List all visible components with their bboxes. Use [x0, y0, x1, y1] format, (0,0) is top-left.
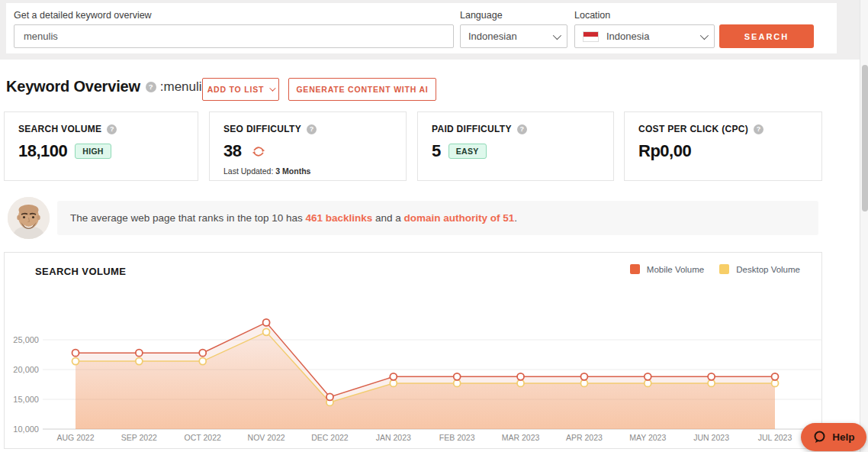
- language-label: Language: [460, 10, 503, 21]
- desktop-data-point[interactable]: [580, 379, 587, 386]
- mobile-data-point[interactable]: [72, 350, 79, 357]
- scrollbar-track[interactable]: [860, 0, 868, 452]
- paid-difficulty-card-title: PAID DIFFICULTY: [432, 124, 512, 134]
- chevron-down-icon: [269, 85, 275, 91]
- search-button[interactable]: SEARCH: [719, 24, 814, 48]
- mobile-data-point[interactable]: [772, 373, 779, 380]
- chevron-down-icon: [700, 31, 709, 39]
- x-tick-label: FEB 2023: [439, 433, 475, 442]
- keyword-search-input[interactable]: [14, 24, 454, 48]
- seo-difficulty-value: 38: [223, 141, 241, 161]
- cpc-card-title: COST PER CLICK (CPC): [638, 124, 748, 134]
- x-tick-label: JUN 2023: [693, 433, 729, 442]
- seo-difficulty-card-title: SEO DIFFICULTY: [223, 124, 301, 134]
- legend-item-mobile[interactable]: Mobile Volume: [630, 264, 704, 274]
- x-tick-label: JUL 2023: [758, 433, 792, 442]
- mobile-data-point[interactable]: [454, 373, 461, 380]
- cpc-card: COST PER CLICK (CPC) ? Rp0,00: [624, 111, 822, 181]
- desktop-data-point[interactable]: [263, 328, 270, 335]
- paid-difficulty-card: PAID DIFFICULTY ? 5 EASY: [417, 111, 614, 181]
- mobile-data-point[interactable]: [263, 319, 270, 326]
- chat-bubble-icon: [812, 430, 827, 444]
- language-selected-value: Indonesian: [468, 31, 553, 42]
- chevron-down-icon: [553, 31, 561, 39]
- desktop-data-point[interactable]: [708, 379, 715, 386]
- desktop-data-point[interactable]: [390, 379, 397, 386]
- legend-item-desktop[interactable]: Desktop Volume: [719, 264, 800, 274]
- location-selected-value: Indonesia: [606, 31, 700, 42]
- search-volume-line-chart: 10,00015,00020,00025,000AUG 2022SEP 2022…: [5, 299, 823, 450]
- add-to-list-label: ADD TO LIST: [207, 85, 265, 94]
- add-to-list-button[interactable]: ADD TO LIST: [202, 78, 279, 101]
- banner-text: The average web page that ranks in the t…: [70, 212, 305, 224]
- x-tick-label: MAR 2023: [502, 433, 540, 442]
- desktop-data-point[interactable]: [454, 379, 461, 386]
- mobile-volume-swatch-icon: [630, 264, 640, 274]
- help-tooltip-icon[interactable]: ?: [754, 124, 764, 134]
- y-tick-label: 20,000: [13, 365, 39, 374]
- paid-difficulty-badge: EASY: [448, 144, 487, 159]
- desktop-volume-swatch-icon: [719, 264, 729, 274]
- language-select[interactable]: Indonesian: [460, 24, 567, 48]
- cpc-value: Rp0,00: [638, 141, 691, 161]
- page-heading-row: Keyword Overview ? : menulis: [6, 78, 208, 95]
- topbar-background: Get a detailed keyword overview Language…: [0, 0, 860, 60]
- generate-content-button[interactable]: GENERATE CONTENT WITH AI: [288, 78, 436, 101]
- mobile-data-point[interactable]: [708, 373, 715, 380]
- help-button[interactable]: Help: [801, 423, 866, 451]
- x-tick-label: SEP 2022: [121, 433, 157, 442]
- help-tooltip-icon[interactable]: ?: [146, 82, 156, 92]
- mobile-data-point[interactable]: [645, 373, 651, 380]
- search-volume-card: SEARCH VOLUME ? 18,100 HIGH: [4, 111, 198, 181]
- scrollbar-thumb[interactable]: [862, 65, 868, 211]
- keyword-search-panel: Get a detailed keyword overview Language…: [6, 3, 837, 53]
- mobile-data-point[interactable]: [326, 393, 333, 400]
- location-label: Location: [574, 10, 610, 21]
- refresh-icon[interactable]: [252, 146, 265, 157]
- seo-difficulty-card: SEO DIFFICULTY ? 38 Last Updated: 3 Mont…: [209, 111, 407, 181]
- mobile-data-point[interactable]: [136, 350, 143, 357]
- domain-authority-link[interactable]: domain authority of 51: [404, 212, 515, 224]
- help-button-label: Help: [832, 431, 854, 443]
- search-volume-value: 18,100: [18, 141, 67, 161]
- search-volume-badge: HIGH: [75, 144, 111, 159]
- avatar: [8, 197, 50, 239]
- keyword-overview-page: Get a detailed keyword overview Language…: [0, 0, 868, 452]
- search-volume-chart-card: SEARCH VOLUME Mobile Volume Desktop Volu…: [4, 252, 822, 449]
- desktop-data-point[interactable]: [772, 379, 779, 386]
- legend-label-desktop: Desktop Volume: [736, 265, 800, 274]
- x-tick-label: NOV 2022: [248, 433, 285, 442]
- y-tick-label: 10,000: [13, 425, 39, 434]
- help-tooltip-icon[interactable]: ?: [107, 124, 117, 134]
- desktop-data-point[interactable]: [72, 358, 79, 365]
- chart-legend: Mobile Volume Desktop Volume: [630, 264, 800, 274]
- location-select[interactable]: Indonesia: [574, 24, 715, 48]
- help-tooltip-icon[interactable]: ?: [517, 124, 527, 134]
- search-volume-card-title: SEARCH VOLUME: [18, 124, 101, 134]
- last-updated-text: Last Updated: 3 Months: [223, 166, 392, 176]
- mobile-data-point[interactable]: [390, 373, 397, 380]
- generate-content-label: GENERATE CONTENT WITH AI: [296, 85, 428, 94]
- chart-title: SEARCH VOLUME: [35, 266, 126, 277]
- keyword-search-label: Get a detailed keyword overview: [14, 10, 152, 21]
- indonesia-flag-icon: [583, 31, 599, 42]
- y-tick-label: 25,000: [13, 335, 39, 344]
- desktop-data-point[interactable]: [136, 358, 143, 365]
- help-tooltip-icon[interactable]: ?: [307, 124, 317, 134]
- x-tick-label: MAY 2023: [629, 433, 666, 442]
- legend-label-mobile: Mobile Volume: [647, 265, 704, 274]
- desktop-data-point[interactable]: [645, 379, 651, 386]
- y-tick-label: 15,000: [13, 395, 39, 404]
- mobile-data-point[interactable]: [517, 373, 524, 380]
- desktop-data-point[interactable]: [199, 358, 206, 365]
- x-tick-label: JAN 2023: [376, 433, 411, 442]
- x-tick-label: APR 2023: [566, 433, 603, 442]
- x-tick-label: OCT 2022: [185, 433, 221, 442]
- x-tick-label: DEC 2022: [311, 433, 349, 442]
- banner-text: and a: [372, 212, 403, 224]
- mobile-data-point[interactable]: [580, 373, 587, 380]
- mobile-data-point[interactable]: [199, 350, 206, 357]
- backlinks-link[interactable]: 461 backlinks: [305, 212, 372, 224]
- paid-difficulty-value: 5: [432, 141, 441, 161]
- desktop-data-point[interactable]: [517, 379, 524, 386]
